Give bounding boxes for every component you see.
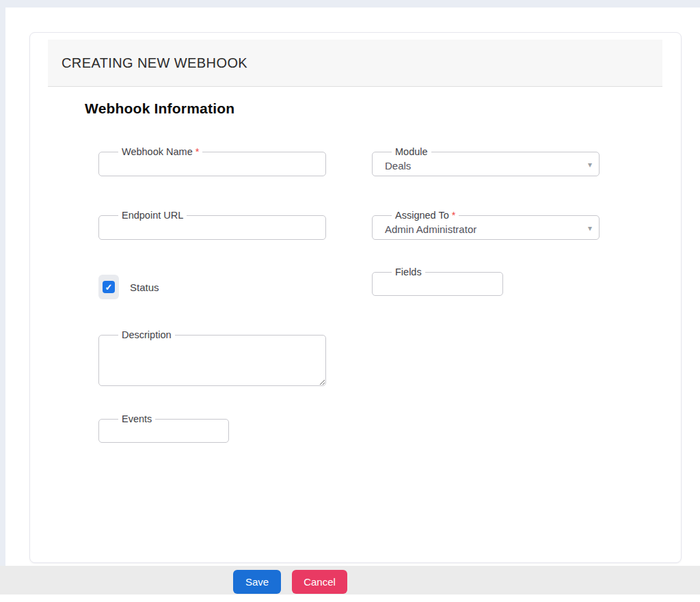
- assigned-to-select[interactable]: Assigned To * Admin Administrator ▾: [372, 215, 600, 240]
- required-asterisk: *: [196, 146, 200, 157]
- checkmark-icon: ✓: [105, 283, 113, 292]
- page-left-margin: [0, 8, 5, 566]
- cancel-button[interactable]: Cancel: [292, 570, 347, 594]
- card-header: CREATING NEW WEBHOOK: [48, 40, 662, 87]
- webhook-form-card: CREATING NEW WEBHOOK Webhook Information…: [29, 32, 682, 563]
- fields-label: Fields: [392, 266, 425, 278]
- section-title: Webhook Information: [85, 100, 234, 117]
- fields-field[interactable]: Fields: [372, 272, 503, 296]
- module-select[interactable]: Module Deals ▾: [372, 152, 600, 176]
- module-selected-value: Deals: [385, 152, 411, 176]
- assigned-to-selected-value: Admin Administrator: [385, 216, 476, 239]
- status-checkbox[interactable]: ✓: [98, 275, 119, 299]
- status-checkbox-box: ✓: [103, 281, 115, 293]
- save-button[interactable]: Save: [233, 570, 281, 594]
- status-label: Status: [130, 282, 159, 293]
- page-title: CREATING NEW WEBHOOK: [62, 55, 247, 71]
- description-field[interactable]: Description: [98, 335, 326, 386]
- endpoint-url-field[interactable]: Endpoint URL: [98, 215, 326, 240]
- events-label: Events: [118, 413, 155, 425]
- endpoint-url-label: Endpoint URL: [118, 210, 187, 221]
- caret-down-icon: ▾: [588, 161, 592, 169]
- description-label: Description: [118, 329, 175, 341]
- webhook-name-label: Webhook Name *: [118, 146, 202, 158]
- status-row: ✓ Status: [98, 275, 159, 299]
- caret-down-icon: ▾: [588, 224, 592, 232]
- footer-action-bar: [0, 566, 700, 594]
- page-top-margin: [0, 0, 700, 8]
- content-panel: CREATING NEW WEBHOOK Webhook Information…: [5, 8, 700, 602]
- events-field[interactable]: Events: [98, 419, 229, 443]
- description-textarea[interactable]: [99, 336, 325, 385]
- page: CREATING NEW WEBHOOK Webhook Information…: [0, 0, 700, 602]
- webhook-name-field[interactable]: Webhook Name *: [98, 152, 326, 176]
